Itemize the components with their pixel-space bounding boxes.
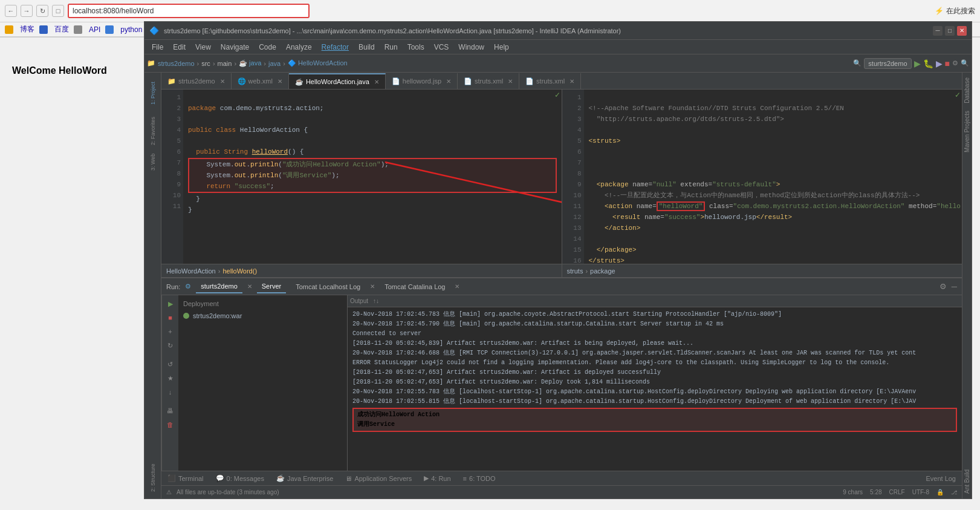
settings-icon[interactable]: ⚙ <box>952 59 958 67</box>
breadcrumb-class[interactable]: HelloWordAction <box>166 267 216 275</box>
tab-close-4[interactable]: ✕ <box>508 78 513 85</box>
tab-messages[interactable]: 💬 0: Messages <box>210 472 270 484</box>
search-icon[interactable]: 🔍 <box>961 59 969 67</box>
run-tab-close[interactable]: ✕ <box>247 283 252 290</box>
tab-close-3[interactable]: ✕ <box>446 78 451 85</box>
bc-java[interactable]: ☕ java <box>239 59 261 67</box>
bc-main[interactable]: main <box>218 60 232 67</box>
todo-icon: ≡ <box>463 475 467 482</box>
menu-help[interactable]: Help <box>489 42 514 53</box>
tab-todo[interactable]: ≡ 6: TODO <box>457 473 502 484</box>
bookmark-blog[interactable]: 博客 <box>20 24 34 34</box>
coverage-button[interactable]: ▶ <box>936 59 943 68</box>
menu-vcs[interactable]: VCS <box>429 42 454 53</box>
bc-class[interactable]: 🔷 HelloWordAction <box>288 59 348 67</box>
tab-event-log[interactable]: Event Log <box>920 473 962 484</box>
run-side-delete[interactable]: 🗑 <box>164 419 177 431</box>
forward-button[interactable]: → <box>21 5 33 17</box>
tab-hellowordjsp[interactable]: 📄 helloword.jsp ✕ <box>386 73 458 89</box>
menu-window[interactable]: Window <box>453 42 489 53</box>
tab-java-enterprise[interactable]: ☕ Java Enterprise <box>270 472 339 484</box>
maximize-button[interactable]: □ <box>945 26 955 36</box>
run-tab-localhost[interactable]: Tomcat Localhost Log <box>291 281 365 293</box>
reload-button[interactable]: ↻ <box>36 5 48 17</box>
run-tab-catalina[interactable]: Tomcat Catalina Log <box>380 281 450 293</box>
close-button[interactable]: ✕ <box>957 26 967 36</box>
run-config-button[interactable]: sturtrs2demo <box>864 58 911 69</box>
bookmark-api[interactable]: API <box>89 25 100 34</box>
run-tab-catalina-close[interactable]: ✕ <box>455 283 459 290</box>
run-button[interactable]: ▶ <box>914 59 921 68</box>
run-side-update[interactable]: ↻ <box>164 339 177 351</box>
run-output[interactable]: 20-Nov-2018 17:02:45.783 信息 [main] org.a… <box>348 307 962 471</box>
tab-close-5[interactable]: ✕ <box>570 78 574 85</box>
menu-refactor[interactable]: Refactor <box>317 42 354 53</box>
run-side-star[interactable]: ★ <box>164 372 177 384</box>
sidebar-project-btn[interactable]: 1: Project <box>146 75 160 111</box>
minimize-button[interactable]: ─ <box>933 26 943 36</box>
run-side-add[interactable]: + <box>164 325 177 338</box>
r-code-8 <box>589 168 958 179</box>
menu-navigate[interactable]: Navigate <box>216 42 254 53</box>
menu-run[interactable]: Run <box>380 42 403 53</box>
menu-edit[interactable]: Edit <box>168 42 190 53</box>
run-side-resume[interactable]: ↺ <box>164 358 177 370</box>
tab-app-servers[interactable]: 🖥 Application Servers <box>339 473 418 484</box>
tab-label-1: web.xml <box>248 77 273 85</box>
search-everywhere-icon[interactable]: 🔍 <box>853 59 862 67</box>
run-side-rerun[interactable]: ▶ <box>164 298 177 310</box>
status-crlf[interactable]: CRLF <box>889 489 905 495</box>
tab-strutsxml1[interactable]: 📄 struts.xml ✕ <box>458 73 519 89</box>
right-tab-database[interactable]: Database <box>962 74 972 107</box>
sidebar-structure-btn[interactable]: 2: Structure <box>146 460 160 496</box>
tab-strtus2demo[interactable]: 📁 strtus2demo ✕ <box>161 73 232 89</box>
right-tab-maven[interactable]: Maven Projects <box>962 107 972 156</box>
bookmark-baidu[interactable]: 百度 <box>54 24 69 34</box>
status-encoding[interactable]: UTF-8 <box>912 489 929 495</box>
menu-file[interactable]: File <box>147 42 168 53</box>
run-tab-config[interactable]: sturts2demo <box>196 280 242 293</box>
run-side-scroll[interactable]: ↓ <box>164 386 177 398</box>
bc-package[interactable]: java <box>268 60 281 67</box>
run-side-stop[interactable]: ■ <box>164 312 177 324</box>
breadcrumb-project[interactable]: strtus2demo <box>158 60 195 67</box>
output-scroll-down[interactable]: ↓ <box>376 298 379 304</box>
code-lines-left[interactable]: package com.demo.mystruts2.action; publi… <box>183 90 562 264</box>
sidebar-favorites-btn[interactable]: 2: Favorites <box>146 113 160 149</box>
address-bar[interactable] <box>68 4 310 18</box>
right-tab-ant[interactable]: Ant Build <box>962 466 972 497</box>
menu-view[interactable]: View <box>190 42 216 53</box>
code-editor-left[interactable]: ✓ 12345 678910 11 package com.demo.mystr… <box>161 90 562 264</box>
back-button[interactable]: ← <box>5 5 17 17</box>
home-button[interactable]: □ <box>52 5 64 17</box>
bookmark-python[interactable]: python <box>120 25 142 34</box>
run-tab-server[interactable]: Server <box>257 280 286 293</box>
webxml-icon: 🌐 <box>238 77 246 85</box>
tab-terminal[interactable]: ⬛ Terminal <box>161 472 210 484</box>
bc-src[interactable]: src <box>201 60 210 67</box>
menu-code[interactable]: Code <box>254 42 281 53</box>
menu-build[interactable]: Build <box>354 42 380 53</box>
code-lines-right[interactable]: <!--Apache Software Foundation//DTD Stru… <box>584 90 962 264</box>
tab-close-0[interactable]: ✕ <box>220 78 225 85</box>
menu-analyze[interactable]: Analyze <box>281 42 317 53</box>
run-minimize-icon[interactable]: ─ <box>952 282 957 291</box>
debug-button[interactable]: 🐛 <box>923 59 933 68</box>
tab-close-1[interactable]: ✕ <box>277 78 282 85</box>
stop-button[interactable]: ■ <box>945 59 950 68</box>
breadcrumb-method[interactable]: helloWord() <box>222 267 257 275</box>
run-side-print[interactable]: 🖶 <box>164 405 177 417</box>
run-tab-localhost-close[interactable]: ✕ <box>370 283 375 290</box>
tab-strutsxml2[interactable]: 📄 struts.xml ✕ <box>519 73 581 89</box>
r-code-9: <package name="null" extends="struts-def… <box>589 179 958 190</box>
tab-hellowordaction[interactable]: ☕ HelloWordAction.java ✕ <box>289 73 386 89</box>
sidebar-web-btn[interactable]: 3: Web <box>146 150 160 174</box>
tab-close-2[interactable]: ✕ <box>374 79 379 85</box>
run-settings-icon[interactable]: ⚙ <box>939 282 947 291</box>
menu-tools[interactable]: Tools <box>403 42 429 53</box>
breadcrumb-package[interactable]: package <box>590 267 615 275</box>
tab-webxml[interactable]: 🌐 web.xml ✕ <box>232 73 289 89</box>
breadcrumb-struts[interactable]: struts <box>567 267 583 275</box>
code-editor-right[interactable]: ✓ 12345 678910 111213141516 <!--Apache S… <box>562 90 962 264</box>
tab-run[interactable]: ▶ 4: Run <box>418 472 456 484</box>
